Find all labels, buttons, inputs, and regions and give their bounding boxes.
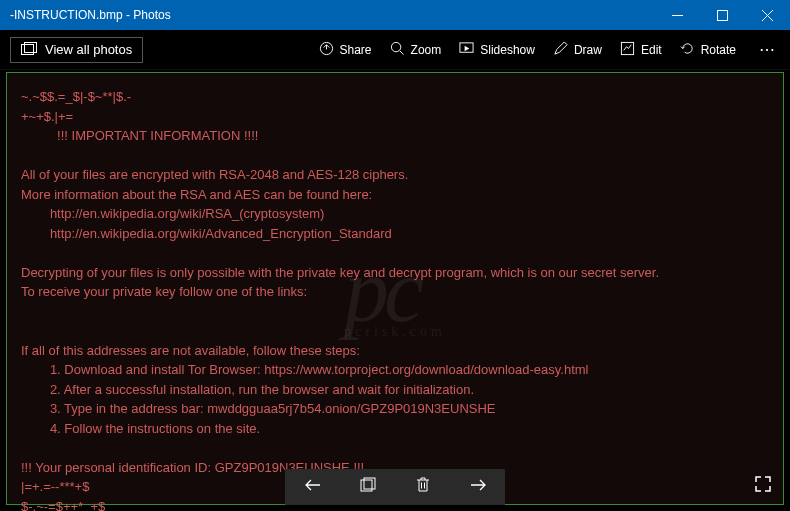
slideshow-icon (459, 41, 474, 59)
close-button[interactable] (745, 0, 790, 30)
ransom-note-text: ~.~$$.=_$|-$~**|$.- +~+$.|+= !!! IMPORTA… (21, 87, 769, 511)
draw-icon (553, 41, 568, 59)
collection-icon (21, 42, 37, 58)
trash-icon (414, 476, 432, 498)
window-controls (655, 0, 790, 30)
album-icon (359, 476, 377, 498)
share-button[interactable]: Share (319, 41, 372, 59)
svg-rect-6 (621, 42, 633, 54)
arrow-left-icon (304, 476, 322, 498)
fullscreen-button[interactable] (754, 475, 772, 497)
svg-rect-0 (718, 10, 728, 20)
draw-label: Draw (574, 43, 602, 57)
zoom-label: Zoom (411, 43, 442, 57)
minimize-button[interactable] (655, 0, 700, 30)
zoom-button[interactable]: Zoom (390, 41, 442, 59)
toolbar-left: View all photos (10, 37, 143, 63)
share-label: Share (340, 43, 372, 57)
zoom-icon (390, 41, 405, 59)
rotate-icon (680, 41, 695, 59)
view-all-label: View all photos (45, 42, 132, 57)
share-icon (319, 41, 334, 59)
previous-button[interactable] (285, 469, 340, 505)
window-title: -INSTRUCTION.bmp - Photos (10, 8, 171, 22)
toolbar: View all photos Share Zoom Slideshow D (0, 30, 790, 70)
edit-label: Edit (641, 43, 662, 57)
draw-button[interactable]: Draw (553, 41, 602, 59)
arrow-right-icon (469, 476, 487, 498)
next-button[interactable] (450, 469, 505, 505)
slideshow-button[interactable]: Slideshow (459, 41, 535, 59)
edit-button[interactable]: Edit (620, 41, 662, 59)
more-button[interactable]: ⋯ (754, 40, 780, 59)
titlebar: -INSTRUCTION.bmp - Photos (0, 0, 790, 30)
delete-button[interactable] (395, 469, 450, 505)
image-viewport: pc pcrisk.com ~.~$$.=_$|-$~**|$.- +~+$.|… (6, 72, 784, 505)
maximize-button[interactable] (700, 0, 745, 30)
view-all-photos-button[interactable]: View all photos (10, 37, 143, 63)
fullscreen-icon (754, 479, 772, 496)
bottom-navigation (285, 469, 505, 505)
svg-point-4 (391, 42, 400, 51)
edit-icon (620, 41, 635, 59)
ellipsis-icon: ⋯ (759, 41, 775, 58)
rotate-label: Rotate (701, 43, 736, 57)
toolbar-right: Share Zoom Slideshow Draw Edit (319, 40, 780, 59)
rotate-button[interactable]: Rotate (680, 41, 736, 59)
add-to-album-button[interactable] (340, 469, 395, 505)
slideshow-label: Slideshow (480, 43, 535, 57)
